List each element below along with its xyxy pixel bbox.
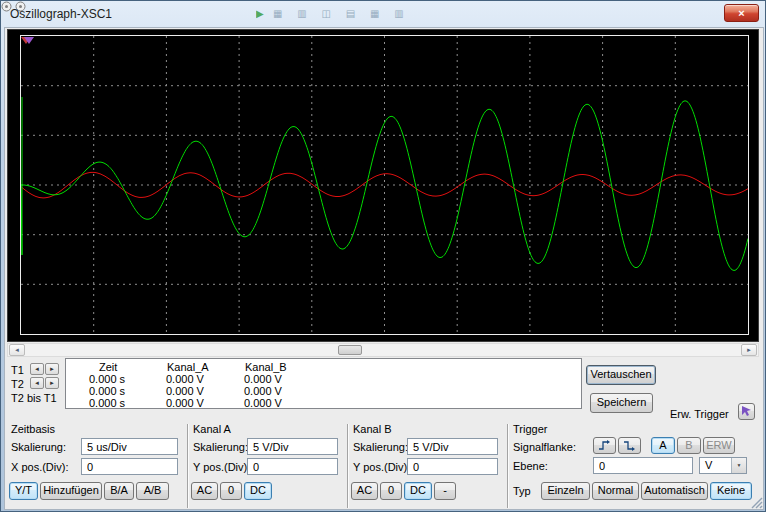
channel-b-ac-button[interactable]: AC xyxy=(351,482,378,500)
unit-value: V xyxy=(705,459,712,471)
source-a-label: A xyxy=(659,439,666,451)
trigger-level-label: Ebene: xyxy=(513,460,548,472)
t2-left-button[interactable]: ◄ xyxy=(30,377,44,389)
ext-trigger-icon xyxy=(740,404,753,417)
t1-right-button[interactable]: ► xyxy=(45,363,59,375)
channel-b-dc-button[interactable]: DC xyxy=(404,482,432,500)
ac-label: AC xyxy=(357,484,372,496)
t1-left-button[interactable]: ◄ xyxy=(30,363,44,375)
scroll-left-button[interactable]: ◄ xyxy=(9,344,25,356)
column-header-kanal-b: Kanal_B xyxy=(245,361,287,373)
t2-kanal-b-value: 0.000 V xyxy=(244,385,282,397)
left-arrow-icon: ◄ xyxy=(34,366,40,372)
channel-a-dc-button[interactable]: DC xyxy=(244,482,272,500)
source-b-label: B xyxy=(685,439,692,451)
channel-a-ypos-label: Y pos.(Div): xyxy=(193,461,250,473)
t2-time-value: 0.000 s xyxy=(89,385,125,397)
channel-b-title: Kanal B xyxy=(353,423,392,435)
scope-scrollbar[interactable]: ◄ ► xyxy=(7,343,759,357)
trigger-level-unit-select[interactable]: V ▼ xyxy=(699,457,747,474)
dc-label: DC xyxy=(410,484,426,496)
trigger-falling-edge-button[interactable] xyxy=(618,437,641,454)
channel-b-invert-button[interactable]: - xyxy=(434,482,456,500)
t2t1-kanal-a-value: 0.000 V xyxy=(166,397,204,409)
separator xyxy=(507,424,509,508)
trigger-none-button[interactable]: Keine xyxy=(710,482,752,500)
add-mode-button[interactable]: Hinzufügen xyxy=(40,482,102,500)
separator xyxy=(347,424,349,508)
resize-grip[interactable] xyxy=(750,496,763,509)
swap-button-label: Vertauschen xyxy=(590,368,651,380)
kanal-b-trace xyxy=(21,97,748,270)
t1-kanal-a-value: 0.000 V xyxy=(166,373,204,385)
column-header-kanal-a: Kanal_A xyxy=(167,361,209,373)
t1-label: T1 xyxy=(11,364,24,376)
channel-a-ground-button[interactable]: 0 xyxy=(220,482,242,500)
yt-label: Y/T xyxy=(15,484,32,496)
measurement-list[interactable]: Zeit Kanal_A Kanal_B 0.000 s 0.000 V 0.0… xyxy=(65,358,582,409)
none-label: Keine xyxy=(717,484,745,496)
zero-label: 0 xyxy=(388,484,394,496)
save-button[interactable]: Speichern xyxy=(590,393,653,413)
right-arrow-icon: ► xyxy=(49,380,55,386)
zero-label: 0 xyxy=(228,484,234,496)
ab-mode-button[interactable]: A/B xyxy=(136,482,169,500)
t2t1-time-value: 0.000 s xyxy=(89,397,125,409)
channel-b-ypos-input[interactable] xyxy=(407,458,498,475)
t1-kanal-b-value: 0.000 V xyxy=(244,373,282,385)
ext-trigger-label: Erw. Trigger xyxy=(670,408,729,420)
swap-button[interactable]: Vertauschen xyxy=(586,365,656,385)
channel-a-ypos-input[interactable] xyxy=(247,458,338,475)
trigger-source-ext-button[interactable]: ERW xyxy=(703,437,735,454)
trigger-single-button[interactable]: Einzeln xyxy=(541,482,590,500)
background-toolbar-icons: ▦ ▥ ◫ ▤ ▦ ▥ xyxy=(273,8,410,19)
trigger-rising-edge-button[interactable] xyxy=(593,437,616,454)
scope-display xyxy=(7,29,759,342)
trigger-normal-button[interactable]: Normal xyxy=(592,482,639,500)
trigger-edge-label: Signalflanke: xyxy=(513,441,576,453)
single-label: Einzeln xyxy=(547,484,583,496)
oscilloscope-window: Oszillograph-XSC1 ▶ ▦ ▥ ◫ ▤ ▦ ▥ × ◄ ► T1… xyxy=(0,0,766,512)
t2-kanal-a-value: 0.000 V xyxy=(166,385,204,397)
scroll-left-icon: ◄ xyxy=(14,347,20,353)
timebase-xpos-label: X pos.(Div): xyxy=(11,461,68,473)
t2-right-button[interactable]: ► xyxy=(45,377,59,389)
t1-time-value: 0.000 s xyxy=(89,373,125,385)
column-header-time: Zeit xyxy=(99,361,117,373)
channel-b-scale-input[interactable] xyxy=(407,438,498,455)
dc-label: DC xyxy=(250,484,266,496)
source-ext-label: ERW xyxy=(706,439,731,451)
t2-minus-t1-label: T2 bis T1 xyxy=(11,392,57,404)
timebase-xpos-input[interactable] xyxy=(81,458,178,475)
channel-a-ac-button[interactable]: AC xyxy=(191,482,218,500)
channel-b-ground-button[interactable]: 0 xyxy=(380,482,402,500)
channel-b-ypos-label: Y pos.(Div): xyxy=(353,461,410,473)
scrollbar-thumb[interactable] xyxy=(338,345,362,355)
titlebar[interactable]: Oszillograph-XSC1 ▶ ▦ ▥ ◫ ▤ ▦ ▥ × xyxy=(1,1,766,27)
ba-mode-button[interactable]: B/A xyxy=(104,482,134,500)
scope-screen[interactable] xyxy=(20,35,749,335)
left-arrow-icon: ◄ xyxy=(34,380,40,386)
ext-trigger-button[interactable] xyxy=(738,403,755,420)
falling-edge-icon xyxy=(623,440,636,451)
channel-a-scale-input[interactable] xyxy=(247,438,338,455)
timebase-title: Zeitbasis xyxy=(11,423,55,435)
yt-mode-button[interactable]: Y/T xyxy=(9,482,38,500)
scroll-right-button[interactable]: ► xyxy=(741,344,757,356)
trigger-source-a-button[interactable]: A xyxy=(651,437,675,454)
auto-label: Automatisch xyxy=(644,484,705,496)
t2-label: T2 xyxy=(11,378,24,390)
trigger-source-b-button[interactable]: B xyxy=(677,437,701,454)
ac-label: AC xyxy=(197,484,212,496)
close-button[interactable]: × xyxy=(724,4,759,22)
save-button-label: Speichern xyxy=(597,396,647,408)
trigger-auto-button[interactable]: Automatisch xyxy=(641,482,708,500)
right-arrow-icon: ► xyxy=(49,366,55,372)
separator xyxy=(187,424,189,508)
trigger-level-input[interactable] xyxy=(593,457,693,474)
play-icon: ▶ xyxy=(256,8,264,19)
ba-label: B/A xyxy=(110,484,128,496)
timebase-scale-label: Skalierung: xyxy=(11,441,66,453)
trigger-title: Trigger xyxy=(513,423,547,435)
timebase-scale-input[interactable] xyxy=(81,438,178,455)
